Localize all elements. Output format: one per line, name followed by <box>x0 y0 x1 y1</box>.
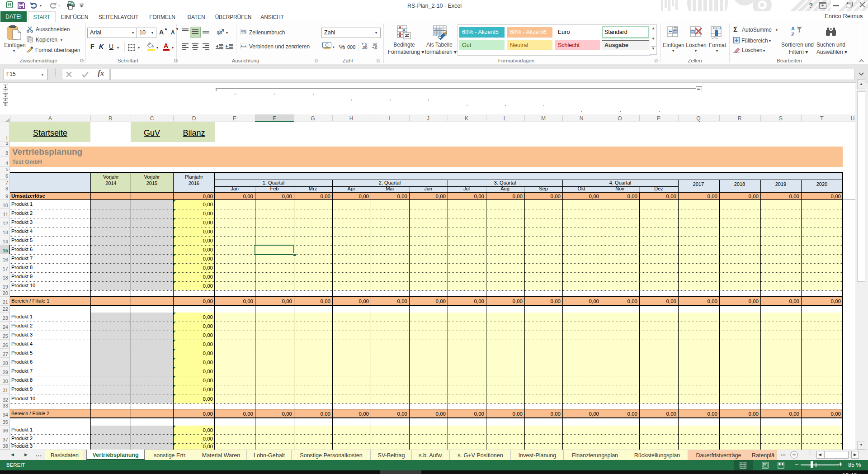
svg-text:0: 0 <box>365 43 367 47</box>
svg-text:A: A <box>791 26 795 31</box>
svg-text:Z: Z <box>791 32 794 37</box>
